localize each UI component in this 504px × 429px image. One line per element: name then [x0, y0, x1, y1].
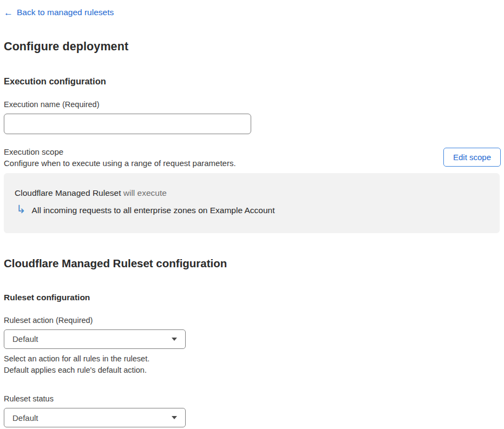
execution-summary-line: Cloudflare Managed Ruleset will execute: [15, 188, 489, 198]
ruleset-status-label: Ruleset status: [4, 394, 501, 403]
page-title: Configure deployment: [4, 40, 501, 54]
edit-scope-button[interactable]: Edit scope: [443, 148, 501, 167]
summary-will-execute: will execute: [123, 188, 167, 197]
branch-arrow-icon: ↳: [16, 203, 26, 215]
execution-scope-description: Configure when to execute using a range …: [4, 159, 236, 168]
ruleset-action-help: Select an action for all rules in the ru…: [4, 353, 501, 377]
ruleset-status-selected-value: Default: [12, 413, 38, 423]
ruleset-configuration-subheading: Ruleset configuration: [4, 293, 501, 302]
ruleset-action-selected-value: Default: [12, 334, 38, 344]
ruleset-configuration-heading: Cloudflare Managed Ruleset configuration: [4, 257, 501, 270]
ruleset-status-select[interactable]: Default: [4, 408, 186, 427]
execution-summary-panel: Cloudflare Managed Ruleset will execute …: [4, 173, 500, 233]
execution-configuration-heading: Execution configuration: [4, 76, 501, 87]
execution-scope-label: Execution scope: [4, 147, 236, 156]
ruleset-action-label: Ruleset action (Required): [4, 316, 501, 325]
ruleset-action-help-line-2: Default applies each rule's default acti…: [4, 365, 501, 377]
back-to-managed-rulesets-link[interactable]: ← Back to managed rulesets: [4, 8, 114, 17]
execution-scope-text: Execution scope Configure when to execut…: [4, 147, 236, 168]
chevron-down-icon: [172, 416, 177, 419]
execution-name-label: Execution name (Required): [4, 100, 501, 109]
chevron-down-icon: [172, 338, 177, 341]
execution-scope-row: Execution scope Configure when to execut…: [4, 147, 501, 168]
back-link-label: Back to managed rulesets: [17, 8, 114, 17]
execution-name-input[interactable]: [4, 114, 251, 134]
summary-ruleset-name: Cloudflare Managed Ruleset: [15, 188, 121, 197]
summary-scope-text: All incoming requests to all enterprise …: [32, 206, 275, 215]
execution-summary-scope: ↳ All incoming requests to all enterpris…: [15, 205, 489, 216]
ruleset-action-help-line-1: Select an action for all rules in the ru…: [4, 353, 501, 365]
back-arrow-icon: ←: [4, 8, 13, 17]
ruleset-action-select[interactable]: Default: [4, 329, 186, 349]
